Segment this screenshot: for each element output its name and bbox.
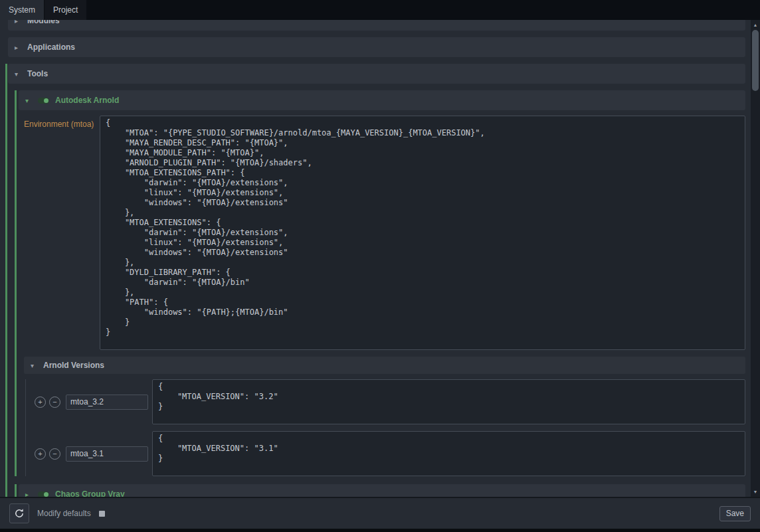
scrollbar-thumb[interactable] xyxy=(752,30,759,91)
settings-window: System Project ▸ Modules ▸ Applications xyxy=(0,0,760,532)
arnold-content: Environment (mtoa) { "MTOA": "{PYPE_STUD… xyxy=(19,110,745,476)
expand-arrow-icon: ▸ xyxy=(15,20,21,25)
arnold-versions-header[interactable]: ▾ Arnold Versions xyxy=(24,357,745,374)
modify-defaults-label: Modify defaults xyxy=(37,509,91,518)
tab-bar: System Project xyxy=(0,0,760,20)
arnold-versions-list: + − { "MTOA_VERSION": "3.2" } + − xyxy=(25,379,745,476)
version-key-input[interactable] xyxy=(66,446,148,462)
expand-arrow-icon: ▸ xyxy=(25,491,32,497)
section-header-applications[interactable]: ▸ Applications xyxy=(8,37,745,57)
remove-item-button[interactable]: − xyxy=(49,448,60,460)
section-label: Modules xyxy=(27,20,60,25)
tools-content: ▾ Autodesk Arnold Environment (mtoa) { "… xyxy=(8,84,745,497)
section-tools: ▾ Tools ▾ Autodesk Arnold xyxy=(5,64,745,497)
version-json-editor[interactable]: { "MTOA_VERSION": "3.1" } xyxy=(152,431,745,476)
settings-body: ▸ Modules ▸ Applications ▾ Tools xyxy=(0,20,760,497)
tab-system[interactable]: System xyxy=(0,0,44,20)
tab-project[interactable]: Project xyxy=(45,0,86,20)
section-label: Applications xyxy=(27,43,75,52)
vertical-scrollbar[interactable]: ▲ ▼ xyxy=(751,20,760,497)
enabled-toggle-icon[interactable] xyxy=(38,491,49,497)
group-autodesk-arnold: ▾ Autodesk Arnold Environment (mtoa) { "… xyxy=(15,90,745,476)
settings-app: System Project ▸ Modules ▸ Applications xyxy=(0,0,760,529)
collapse-arrow-icon: ▾ xyxy=(25,97,32,104)
group-label: Autodesk Arnold xyxy=(55,96,119,105)
save-button[interactable]: Save xyxy=(719,506,751,521)
refresh-icon xyxy=(14,508,25,519)
remove-item-button[interactable]: − xyxy=(49,397,60,408)
version-row: + − { "MTOA_VERSION": "3.2" } xyxy=(35,379,745,424)
enabled-toggle-icon[interactable] xyxy=(38,98,49,104)
collapse-arrow-icon: ▾ xyxy=(31,362,37,369)
scroll-up-icon[interactable]: ▲ xyxy=(751,21,760,29)
refresh-button[interactable] xyxy=(9,503,29,523)
add-item-button[interactable]: + xyxy=(35,448,46,460)
settings-scroll-view: ▸ Modules ▸ Applications ▾ Tools xyxy=(0,20,751,497)
environment-label: Environment (mtoa) xyxy=(24,116,100,129)
section-header-tools[interactable]: ▾ Tools xyxy=(8,64,745,84)
environment-row: Environment (mtoa) { "MTOA": "{PYPE_STUD… xyxy=(24,116,745,350)
group-header-autodesk-arnold[interactable]: ▾ Autodesk Arnold xyxy=(19,90,745,110)
expand-arrow-icon: ▸ xyxy=(15,44,21,51)
section-label: Tools xyxy=(27,69,48,78)
version-row: + − { "MTOA_VERSION": "3.1" } xyxy=(35,431,745,476)
add-item-button[interactable]: + xyxy=(35,397,46,408)
group-header-chaos-group-vray[interactable]: ▸ Chaos Group Vray xyxy=(19,484,745,497)
environment-json-editor[interactable]: { "MTOA": "{PYPE_STUDIO_SOFTWARE}/arnold… xyxy=(100,116,745,350)
section-header-modules[interactable]: ▸ Modules xyxy=(8,20,745,31)
footer-bar: Modify defaults Save xyxy=(0,497,760,529)
arnold-versions-section: ▾ Arnold Versions + − { "M xyxy=(24,357,745,476)
modify-defaults-checkbox[interactable] xyxy=(99,511,105,517)
group-label: Chaos Group Vray xyxy=(55,489,125,497)
scroll-down-icon[interactable]: ▼ xyxy=(751,488,760,496)
version-key-input[interactable] xyxy=(66,395,148,410)
collapse-arrow-icon: ▾ xyxy=(15,70,21,78)
subsection-label: Arnold Versions xyxy=(43,361,104,370)
group-chaos-group-vray: ▸ Chaos Group Vray xyxy=(15,484,745,497)
version-json-editor[interactable]: { "MTOA_VERSION": "3.2" } xyxy=(152,379,745,424)
